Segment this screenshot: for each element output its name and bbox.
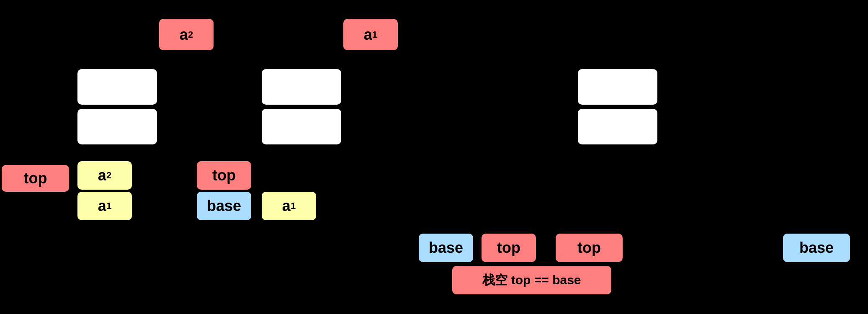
white-box-3-top	[578, 69, 657, 105]
top-right: top	[556, 234, 623, 262]
base-mid-right: base	[419, 234, 473, 262]
a1-mid-yellow: a1	[262, 192, 316, 220]
base-right: base	[783, 234, 850, 262]
white-box-1-bottom	[77, 109, 157, 144]
base-mid-left: base	[197, 192, 251, 220]
empty-label: 栈空 top == base	[452, 266, 611, 294]
a2-yellow: a2	[77, 161, 132, 190]
a1-yellow: a1	[77, 192, 132, 220]
a1-top-label: a1	[343, 19, 398, 50]
white-box-2-bottom	[262, 109, 341, 144]
white-box-2-top	[262, 69, 341, 105]
a2-top-label: a2	[159, 19, 214, 50]
top-label-left: top	[2, 165, 69, 192]
white-box-1-top	[77, 69, 157, 105]
top-mid-left: top	[197, 161, 251, 190]
top-mid-right: top	[482, 234, 536, 262]
white-box-3-bottom	[578, 109, 657, 144]
